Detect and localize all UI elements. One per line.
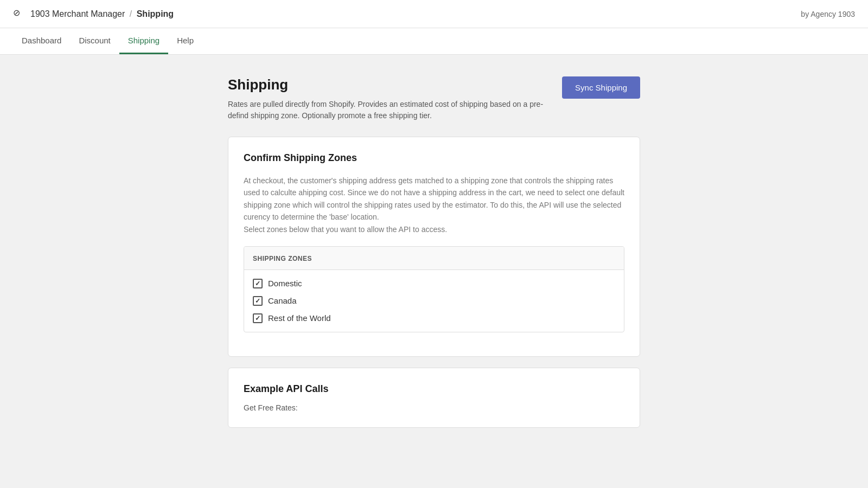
checkmark-domestic: ✓: [255, 280, 260, 287]
zone-label-rest-of-world: Rest of the World: [268, 313, 331, 323]
checkmark-canada: ✓: [255, 297, 260, 305]
zones-list: ✓ Domestic ✓ Canada ✓: [244, 270, 624, 332]
logo-icon: ⊘: [13, 8, 26, 21]
page-header: Shipping Rates are pulled directly from …: [228, 76, 640, 121]
content-wrapper: Shipping Rates are pulled directly from …: [228, 76, 640, 428]
zone-checkbox-canada[interactable]: ✓: [253, 296, 263, 306]
nav-item-discount[interactable]: Discount: [70, 28, 119, 54]
header-by-agency: by Agency 1903: [801, 10, 855, 18]
header-separator: /: [130, 9, 132, 18]
zone-label-domestic: Domestic: [268, 279, 302, 288]
app-name: 1903 Merchant Manager: [30, 9, 125, 18]
nav-item-shipping[interactable]: Shipping: [119, 28, 168, 54]
zone-item-canada[interactable]: ✓ Canada: [253, 296, 615, 306]
zone-item-domestic[interactable]: ✓ Domestic: [253, 279, 615, 288]
nav-item-help[interactable]: Help: [168, 28, 202, 54]
header-current-page: Shipping: [137, 9, 174, 18]
example-api-title: Example API Calls: [244, 383, 624, 395]
zones-box-header: SHIPPING ZONES: [244, 247, 624, 270]
shipping-zones-card-description: At checkout, the customer's shipping add…: [244, 175, 624, 235]
shipping-zones-card: Confirm Shipping Zones At checkout, the …: [228, 137, 640, 357]
page-description: Rates are pulled directly from Shopify. …: [228, 99, 551, 121]
checkmark-rest-of-world: ✓: [255, 314, 260, 322]
header-title: 1903 Merchant Manager / Shipping: [30, 9, 174, 19]
sync-shipping-button[interactable]: Sync Shipping: [562, 76, 640, 99]
page-title: Shipping: [228, 76, 551, 93]
main-content: Shipping Rates are pulled directly from …: [0, 55, 868, 450]
header-logo: ⊘ 1903 Merchant Manager / Shipping: [13, 8, 174, 21]
zone-checkbox-rest-of-world[interactable]: ✓: [253, 313, 263, 323]
zone-checkbox-domestic[interactable]: ✓: [253, 279, 263, 288]
example-api-card: Example API Calls Get Free Rates:: [228, 368, 640, 428]
app-header: ⊘ 1903 Merchant Manager / Shipping by Ag…: [0, 0, 868, 28]
main-nav: Dashboard Discount Shipping Help: [0, 28, 868, 55]
zones-header-label: SHIPPING ZONES: [253, 255, 312, 262]
page-header-text: Shipping Rates are pulled directly from …: [228, 76, 551, 121]
zone-label-canada: Canada: [268, 296, 297, 305]
zones-box: SHIPPING ZONES ✓ Domestic ✓: [244, 246, 624, 332]
shipping-zones-card-title: Confirm Shipping Zones: [244, 152, 624, 164]
zone-item-rest-of-world[interactable]: ✓ Rest of the World: [253, 313, 615, 323]
get-free-rates-label: Get Free Rates:: [244, 403, 624, 412]
nav-item-dashboard[interactable]: Dashboard: [13, 28, 70, 54]
